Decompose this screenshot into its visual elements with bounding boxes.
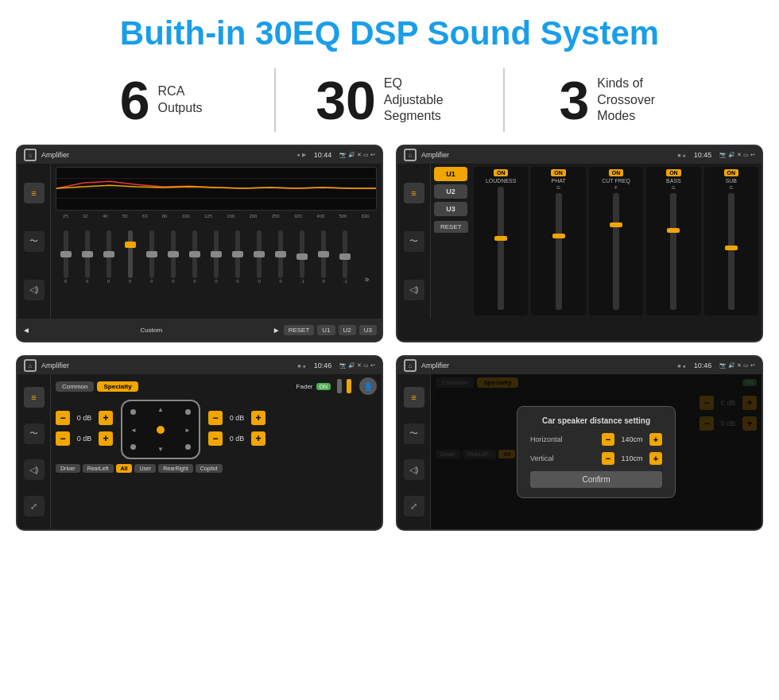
fader-vol-tr-plus[interactable]: + [251, 411, 265, 425]
fader-copilot-button[interactable]: Copilot [196, 464, 223, 473]
eq-prev-button[interactable]: ◄ [22, 326, 30, 335]
eq-next-button[interactable]: ► [273, 326, 281, 335]
crossover-u3-button[interactable]: U3 [434, 202, 467, 216]
crossover-filter-icon[interactable]: ≡ [404, 183, 424, 203]
modal-title: Car speaker distance setting [530, 416, 662, 425]
distance-expand-icon[interactable]: ⤢ [404, 496, 424, 516]
distance-status-icons: 📷 🔊 ✕ ▭ ↩ [719, 362, 755, 369]
distance-speaker-icon[interactable]: ◁) [404, 459, 424, 480]
distance-screen: Amplifier ■ ● 10:46 📷 🔊 ✕ ▭ ↩ ≡ 〜 ◁) ⤢ C… [396, 355, 763, 531]
eq-freq-labels: 2532405063 80100125160200 25032040050063… [56, 214, 377, 219]
fader-vol-tr-value: 0 dB [226, 414, 248, 422]
eq-dot-icon: ● ▶ [297, 152, 306, 158]
stat-crossover-number: 3 [559, 73, 589, 127]
crossover-home-icon[interactable] [404, 149, 417, 161]
stat-crossover: 3 Kinds ofCrossover Modes [505, 73, 731, 127]
distance-time: 10:46 [694, 362, 712, 369]
fader-vol-tl-plus[interactable]: + [99, 411, 113, 425]
fader-expand-icon[interactable]: ⤢ [24, 496, 45, 516]
eq-speaker-icon[interactable]: ◁) [24, 280, 45, 300]
eq-title: Amplifier [41, 151, 293, 159]
fader-vol-row-tl: − 0 dB + [56, 411, 113, 425]
fader-vol-bl-value: 0 dB [73, 435, 95, 443]
distance-filter-icon[interactable]: ≡ [404, 387, 424, 408]
confirm-button[interactable]: Confirm [530, 471, 662, 488]
fader-home-icon[interactable] [24, 359, 37, 372]
stat-eq-number: 30 [316, 73, 376, 127]
eq-slider-6: 0 [184, 230, 204, 284]
modal-vertical-row: Vertical − 110cm + [530, 452, 662, 465]
fader-main: Common Specialty Fader ON 👤 − 0 dB [51, 374, 382, 529]
fader-label: Fader [296, 383, 313, 390]
fader-vol-br-value: 0 dB [226, 435, 248, 443]
eq-slider-2: 0 [99, 230, 118, 284]
fader-all-button[interactable]: All [116, 464, 133, 473]
eq-slider-3: 5 [120, 230, 140, 284]
fader-driver-button[interactable]: Driver [56, 464, 80, 473]
fader-tab-common[interactable]: Common [56, 381, 94, 392]
fader-status-icons: 📷 🔊 ✕ ▭ ↩ [339, 362, 375, 369]
fader-vol-br-minus[interactable]: − [208, 431, 223, 446]
modal-vertical-minus[interactable]: − [602, 452, 614, 465]
distance-wave-icon[interactable]: 〜 [404, 423, 424, 444]
fader-tab-specialty[interactable]: Specialty [97, 381, 138, 392]
modal-vertical-plus[interactable]: + [649, 452, 662, 465]
eq-slider-expand[interactable]: » [357, 275, 377, 284]
crossover-u2-button[interactable]: U2 [434, 184, 467, 199]
home-icon[interactable] [24, 149, 37, 161]
fader-rearleft-button[interactable]: RearLeft [83, 464, 114, 473]
eq-slider-4: 0 [141, 230, 161, 284]
crossover-mode-icon: ■ ● [677, 153, 685, 158]
crossover-wave-icon[interactable]: 〜 [404, 231, 424, 252]
ctrl-phat: ON PHAT G [531, 167, 585, 315]
eq-u1-button[interactable]: U1 [317, 325, 335, 335]
modal-horizontal-value: 140cm [618, 435, 646, 443]
eq-wave-icon[interactable]: 〜 [24, 231, 45, 252]
car-diagram: ◄ ► ▲ ▼ [121, 400, 200, 459]
page-title: Buith-in 30EQ DSP Sound System [16, 14, 763, 52]
stat-rca-number: 6 [120, 73, 150, 127]
fader-vol-tr-minus[interactable]: − [208, 411, 223, 425]
crossover-u-buttons: U1 U2 U3 RESET [431, 164, 471, 319]
eq-reset-button[interactable]: RESET [284, 325, 315, 335]
distance-main: Common Specialty ON − 0 dB + − [431, 374, 762, 529]
modal-overlay: Car speaker distance setting Horizontal … [431, 374, 762, 529]
fader-on-button[interactable]: ON [316, 383, 331, 390]
eq-u2-button[interactable]: U2 [339, 325, 356, 335]
distance-status-bar: Amplifier ■ ● 10:46 📷 🔊 ✕ ▭ ↩ [397, 357, 762, 374]
eq-slider-8: 0 [228, 230, 248, 284]
crossover-title: Amplifier [421, 151, 672, 159]
fader-vol-bl-plus[interactable]: + [99, 431, 113, 446]
crossover-u1-button[interactable]: U1 [434, 167, 467, 181]
fader-vol-bl-minus[interactable]: − [56, 431, 70, 446]
fader-rearright-button[interactable]: RearRight [158, 464, 193, 473]
modal-vertical-label: Vertical [530, 454, 554, 462]
fader-sidebar: ≡ 〜 ◁) ⤢ [17, 374, 51, 529]
stat-rca-label: RCAOutputs [158, 83, 203, 117]
stat-crossover-label: Kinds ofCrossover Modes [597, 75, 676, 125]
crossover-speaker-icon[interactable]: ◁) [404, 280, 424, 300]
modal-horizontal-minus[interactable]: − [602, 433, 614, 446]
modal-vertical-value: 110cm [618, 454, 646, 462]
eq-sliders: 0 0 0 5 0 [56, 220, 377, 284]
eq-main: 2532405063 80100125160200 25032040050063… [51, 164, 382, 319]
fader-user-icon[interactable]: 👤 [359, 377, 377, 395]
fader-vol-tl-minus[interactable]: − [56, 411, 70, 425]
eq-filter-icon[interactable]: ≡ [24, 183, 45, 203]
fader-title: Amplifier [41, 362, 293, 369]
ctrl-bass: ON BASS G [646, 167, 700, 315]
crossover-reset-button[interactable]: RESET [434, 221, 468, 233]
eq-u3-button[interactable]: U3 [359, 325, 377, 335]
stats-row: 6 RCAOutputs 30 EQ AdjustableSegments 3 … [0, 60, 779, 145]
eq-slider-7: 0 [206, 230, 226, 284]
fader-vol-br-plus[interactable]: + [251, 431, 265, 446]
fader-wave-icon[interactable]: 〜 [24, 423, 45, 444]
modal-horizontal-plus[interactable]: + [649, 433, 662, 446]
eq-slider-12: 0 [314, 230, 334, 284]
fader-user-button[interactable]: User [134, 464, 156, 473]
distance-home-icon[interactable] [404, 359, 417, 372]
fader-time: 10:46 [314, 362, 332, 369]
fader-filter-icon[interactable]: ≡ [24, 387, 45, 408]
fader-left-volumes: − 0 dB + − 0 dB + [56, 411, 113, 449]
fader-speaker-icon[interactable]: ◁) [24, 459, 45, 480]
